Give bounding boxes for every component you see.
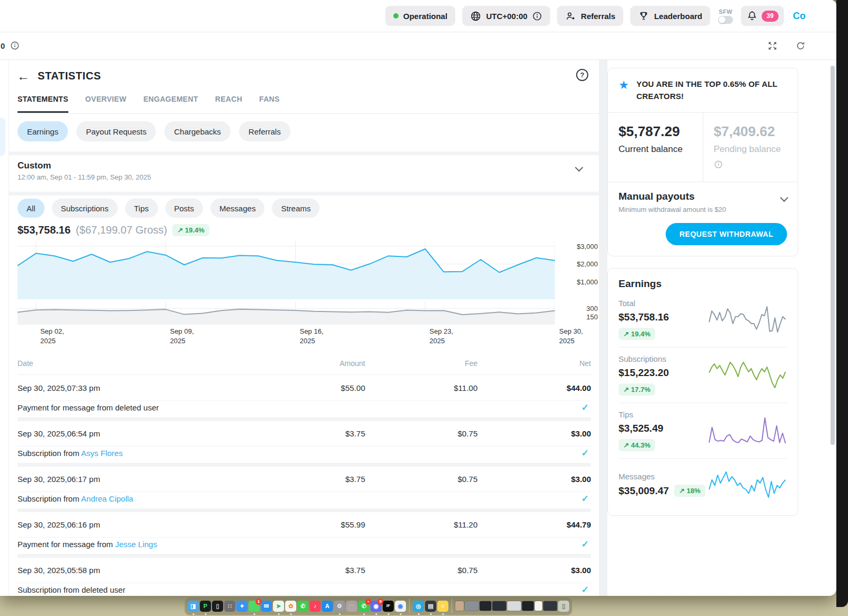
status-pill[interactable]: Operational xyxy=(385,6,455,26)
notes-icon[interactable]: ≡ xyxy=(437,601,448,612)
finder-icon[interactable]: ◨ xyxy=(188,601,199,612)
app-store-icon[interactable]: A xyxy=(322,601,333,612)
window-preview-photo-icon[interactable] xyxy=(455,601,464,611)
gross-total: ($67,199.07 Gross) xyxy=(76,224,167,236)
parallels-icon[interactable]: ▤ xyxy=(425,601,436,612)
net-total: $53,758.16 xyxy=(17,224,70,236)
x-axis-label-year: 2025 xyxy=(559,336,596,346)
cell-net: $3.00 xyxy=(506,566,591,575)
window-preview-doc-icon[interactable] xyxy=(535,601,542,611)
back-arrow-icon[interactable]: ← xyxy=(14,67,32,85)
tab-reach[interactable]: REACH xyxy=(215,92,242,111)
earnings-chart: $3,000$2,000$1,000300150Sep 02,2025Sep 0… xyxy=(17,241,598,344)
filter-pill-subscriptions[interactable]: Subscriptions xyxy=(52,199,118,218)
request-withdrawal-button[interactable]: REQUEST WITHDRAWAL xyxy=(666,223,787,245)
row-group-divider xyxy=(17,463,591,467)
manual-payouts-section[interactable]: Manual payouts Minimum withdrawal amount… xyxy=(608,182,798,216)
facetime-icon[interactable]: ✆ xyxy=(297,601,308,612)
tab-overview[interactable]: OVERVIEW xyxy=(85,92,127,111)
running-indicator-dot xyxy=(192,613,194,615)
fan-link[interactable]: Jesse Lings xyxy=(115,540,157,549)
referrals-button[interactable]: Referrals xyxy=(557,6,623,26)
launchpad-icon[interactable]: ∷ xyxy=(224,601,235,612)
help-icon[interactable]: ? xyxy=(576,69,588,81)
tab-statements[interactable]: STATEMENTS xyxy=(17,92,68,113)
x-axis-label: Sep 23,2025 xyxy=(429,327,466,346)
photos-icon[interactable]: ✿ xyxy=(285,601,296,612)
pycharm-icon[interactable]: P xyxy=(200,601,211,612)
payouts-chevron-down-icon[interactable] xyxy=(781,191,787,201)
notifications-button[interactable]: 39 xyxy=(741,6,784,26)
timezone-pill[interactable]: UTC+00:00 xyxy=(462,6,550,26)
sfw-toggle[interactable] xyxy=(718,16,733,24)
chrome-icon[interactable]: ◉ xyxy=(395,601,406,612)
y-axis-label: 300 xyxy=(17,305,598,313)
filter-pill-streams[interactable]: Streams xyxy=(272,199,320,218)
safari-icon[interactable]: ✦ xyxy=(236,601,248,612)
window-preview-dark2-icon[interactable] xyxy=(492,601,506,611)
column-header-net: Net xyxy=(506,359,591,368)
tab-engagement[interactable]: ENGAGEMENT xyxy=(143,92,198,111)
filter-pill-all[interactable]: All xyxy=(17,199,45,218)
tab-fans[interactable]: FANS xyxy=(259,92,280,111)
refresh-icon[interactable] xyxy=(796,41,806,51)
status-dot-icon xyxy=(393,13,399,19)
table-row[interactable]: Sep 30, 2025,05:58 pm$3.75$0.75$3.00 xyxy=(17,558,591,583)
window-preview-light-icon[interactable] xyxy=(507,601,521,611)
window-preview-dark4-icon[interactable] xyxy=(543,601,557,611)
earnings-item-value: $3,525.49 xyxy=(619,423,664,434)
table-row[interactable]: Sep 30, 2025,07:33 pm$55.00$11.00$44.00 xyxy=(17,376,591,401)
table-row[interactable]: Sep 30, 2025,06:54 pm$3.75$0.75$3.00 xyxy=(17,421,591,447)
category-pill-earnings[interactable]: Earnings xyxy=(17,121,68,141)
pending-info-icon[interactable] xyxy=(714,160,788,169)
expand-icon[interactable] xyxy=(767,41,778,51)
filter-pill-messages[interactable]: Messages xyxy=(210,199,264,218)
earnings-item-change: ↗ 19.4% xyxy=(619,328,655,340)
transaction-group: Sep 30, 2025,06:54 pm$3.75$0.75$3.00Subs… xyxy=(17,421,591,463)
category-pill-chargebacks[interactable]: Chargebacks xyxy=(164,121,230,141)
cell-amount: $3.75 xyxy=(280,429,365,438)
avatar[interactable]: Co xyxy=(793,11,806,22)
leaderboard-button[interactable]: Leaderboard xyxy=(630,6,710,26)
filter-pill-posts[interactable]: Posts xyxy=(165,199,204,218)
cell-amount: $3.75 xyxy=(280,475,365,484)
dimmed-app-icon[interactable]: ◠ xyxy=(346,601,357,612)
current-balance-label: Current balance xyxy=(619,144,692,155)
window-preview-gray-icon[interactable] xyxy=(465,601,479,611)
mail-icon[interactable]: ✉ xyxy=(261,601,272,612)
fan-link[interactable]: Andrea Cipolla xyxy=(81,494,133,503)
fan-link[interactable]: Asys Flores xyxy=(81,449,122,458)
notification-count-badge: 39 xyxy=(762,11,779,22)
window-preview-dark3-icon[interactable] xyxy=(522,601,534,611)
period-chevron-down-icon[interactable] xyxy=(576,165,582,171)
transaction-group: Sep 30, 2025,06:16 pm$55.99$11.20$44.79P… xyxy=(17,512,591,554)
cell-net: $3.00 xyxy=(506,475,591,484)
quicktime-icon[interactable]: ◎ xyxy=(413,601,424,612)
timezone-info-icon[interactable] xyxy=(532,11,542,21)
cell-date: Sep 30, 2025,05:58 pm xyxy=(17,566,100,575)
music-icon[interactable]: ♪ xyxy=(310,601,321,612)
x-axis-label-date: Sep 30, xyxy=(559,327,596,336)
counter-info-icon[interactable] xyxy=(10,41,20,50)
window-preview-dark1-icon[interactable] xyxy=(480,601,491,611)
globe-icon xyxy=(470,11,481,22)
earnings-item-info: Subscriptions$15,223.20↗ 17.7% xyxy=(619,354,669,396)
maps-icon[interactable]: ➤ xyxy=(273,601,284,612)
ifttt-icon[interactable]: IF xyxy=(383,601,394,612)
running-indicator-dot xyxy=(442,613,444,615)
category-pill-payout-requests[interactable]: Payout Requests xyxy=(76,121,156,141)
x-axis-label-date: Sep 23, xyxy=(429,327,466,336)
sparkline-subscriptions xyxy=(708,361,787,389)
type-filters: AllSubscriptionsTipsPostsMessagesStreams xyxy=(17,199,320,218)
trophy-icon xyxy=(638,11,649,22)
vertical-scrollbar[interactable] xyxy=(831,66,835,445)
table-row[interactable]: Sep 30, 2025,06:17 pm$3.75$0.75$3.00 xyxy=(17,467,591,492)
table-row[interactable]: Sep 30, 2025,06:16 pm$55.99$11.20$44.79 xyxy=(17,512,591,538)
iphone-mirroring-icon[interactable]: ▯ xyxy=(212,601,223,612)
filter-pill-tips[interactable]: Tips xyxy=(125,199,158,218)
trash-icon[interactable]: ▯ xyxy=(558,601,569,612)
table-row-description: Payment for message from deleted user✓ xyxy=(17,401,591,417)
system-settings-icon[interactable]: ⚙ xyxy=(334,601,345,612)
top-bar: Operational UTC+00:00 Referrals xyxy=(0,0,836,32)
category-pill-referrals[interactable]: Referrals xyxy=(239,121,290,141)
